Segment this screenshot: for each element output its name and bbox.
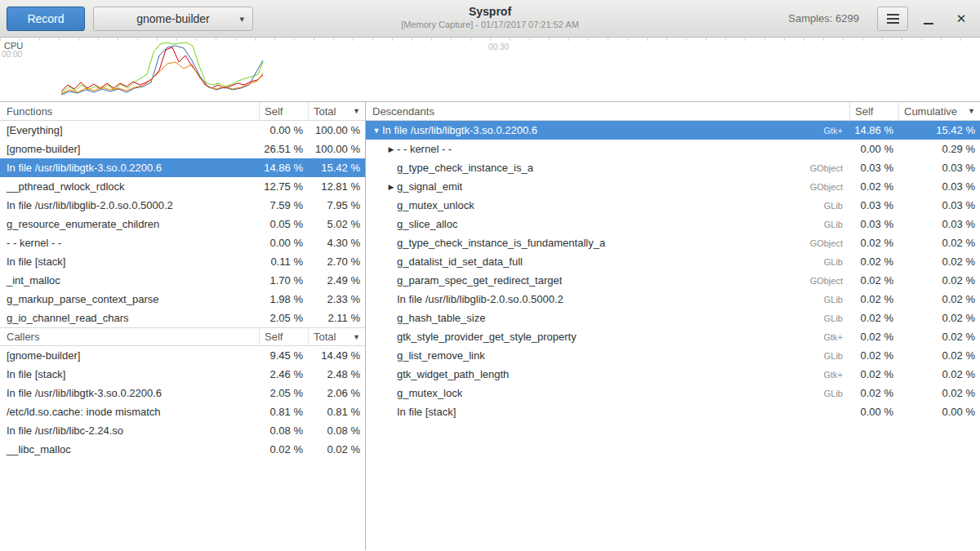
column-header-self[interactable]: Self [849,102,898,120]
row-function-name: g_mutex_lock [397,387,462,399]
table-row[interactable]: In file [stack]0.11 %2.70 % [0,252,365,271]
row-cumulative-value: 0.03 % [898,162,980,174]
row-self-value: 0.02 % [849,368,898,380]
table-row[interactable]: g_io_channel_read_chars2.05 %2.11 % [0,309,365,327]
cpu-usage-chart [0,38,980,102]
row-self-value: 0.02 % [849,331,898,343]
row-function-name: g_resource_enumerate_children [0,218,259,230]
table-row[interactable]: /etc/ld.so.cache: inode mismatch0.81 %0.… [0,402,365,421]
table-row[interactable]: g_type_check_instance_is_fundamentally_a… [366,233,980,252]
row-self-value: 0.02 % [849,349,898,362]
table-row[interactable]: g_datalist_id_set_data_fullGLib0.02 %0.0… [366,252,980,271]
table-row[interactable]: [gnome-builder]9.45 %14.49 % [0,346,365,365]
row-function-name: [Everything] [0,124,259,136]
row-function-name: In file /usr/lib/libglib-2.0.so.0.5000.2 [397,293,564,305]
table-row[interactable]: In file /usr/lib/libc-2.24.so0.08 %0.08 … [0,421,365,440]
callers-table-body: [gnome-builder]9.45 %14.49 %In file [sta… [0,346,365,459]
row-cumulative-value: 0.03 % [898,180,980,193]
column-header-descendants[interactable]: Descendants [366,102,849,120]
row-function-name: In file /usr/lib/libgtk-3.so.0.2200.6 [382,124,537,136]
table-row[interactable]: g_param_spec_get_redirect_targetGObject0… [366,271,980,290]
table-row[interactable]: g_resource_enumerate_children0.05 %5.02 … [0,215,365,233]
row-total-value: 100.00 % [308,124,365,136]
column-header-total[interactable]: Total ▼ [308,102,365,120]
row-library-label: GObject [810,182,849,192]
row-function-name: In file /usr/lib/libglib-2.0.so.0.5000.2 [0,199,259,211]
row-self-value: 2.05 % [259,312,308,324]
row-total-value: 5.02 % [308,218,365,230]
close-button[interactable]: ✕ [949,7,973,31]
minimize-button[interactable] [916,7,941,31]
descendants-table-body: ▼In file /usr/lib/libgtk-3.so.0.2200.6Gt… [366,121,980,421]
table-row[interactable]: [Everything]0.00 %100.00 % [0,121,365,140]
row-total-value: 7.95 % [308,199,365,211]
table-row[interactable]: gtk_style_provider_get_style_propertyGtk… [366,327,980,346]
table-row[interactable]: In file [stack]2.46 %2.48 % [0,365,365,384]
row-cumulative-value: 0.00 % [898,406,980,418]
expander-closed-icon[interactable]: ▶ [385,145,397,153]
column-header-self-label: Self [265,105,283,118]
close-icon: ✕ [956,12,967,24]
row-cumulative-value: 0.02 % [898,293,980,305]
chevron-down-icon: ▾ [239,14,244,24]
table-row[interactable]: _int_malloc1.70 %2.49 % [0,271,365,290]
row-self-value: 0.02 % [849,312,898,324]
row-self-value: 2.46 % [259,368,308,380]
column-header-self[interactable]: Self [259,102,308,120]
table-row[interactable]: g_markup_parse_context_parse1.98 %2.33 % [0,290,365,309]
column-header-total[interactable]: Total ▼ [308,328,365,345]
row-function-name: In file /usr/lib/libgtk-3.so.0.2200.6 [0,387,259,399]
expander-open-icon[interactable]: ▼ [371,127,382,135]
row-self-value: 0.02 % [849,293,898,305]
table-row[interactable]: __pthread_rwlock_rdlock12.75 %12.81 % [0,177,365,196]
table-row[interactable]: ▶g_signal_emitGObject0.02 %0.03 % [366,177,980,196]
row-self-value: 0.02 % [849,180,898,193]
row-total-value: 2.11 % [308,312,365,324]
row-function-name: /etc/ld.so.cache: inode mismatch [0,406,259,418]
table-row[interactable]: ▼In file /usr/lib/libgtk-3.so.0.2200.6Gt… [366,121,980,140]
row-cumulative-value: 0.02 % [898,312,980,324]
row-library-label: GObject [810,276,849,286]
process-selector-dropdown[interactable]: gnome-builder ▾ [93,7,253,31]
table-row[interactable]: g_hash_table_sizeGLib0.02 %0.02 % [366,309,980,327]
row-function-name: g_type_check_instance_is_fundamentally_a [397,237,605,249]
row-cumulative-value: 15.42 % [898,124,980,136]
row-function-name: In file [stack] [397,406,456,418]
table-row[interactable]: g_list_remove_linkGLib0.02 %0.02 % [366,346,980,365]
table-row[interactable]: In file /usr/lib/libgtk-3.so.0.2200.62.0… [0,384,365,402]
column-header-callers[interactable]: Callers [0,328,259,345]
table-row[interactable]: In file /usr/lib/libglib-2.0.so.0.5000.2… [0,196,365,215]
table-row[interactable]: - - kernel - -0.00 %4.30 % [0,233,365,252]
table-row[interactable]: [gnome-builder]26.51 %100.00 % [0,140,365,158]
cpu-line-blue [61,46,263,95]
table-row[interactable]: g_mutex_lockGLib0.02 %0.02 % [366,384,980,402]
row-self-value: 0.02 % [849,237,898,249]
row-cumulative-value: 0.02 % [898,331,980,343]
record-button[interactable]: Record [7,7,85,31]
row-self-value: 0.00 % [849,406,898,418]
row-cumulative-value: 0.29 % [898,143,980,155]
app-subtitle: [Memory Capture] - 01/17/2017 07:21:52 A… [401,20,579,29]
menu-button[interactable] [877,7,908,31]
row-function-name: In file [stack] [0,368,259,380]
main-area: Functions Self Total ▼ [Everything]0.00 … [0,102,980,550]
column-header-self[interactable]: Self [259,328,308,345]
row-function-name: g_markup_parse_context_parse [0,293,259,305]
expander-closed-icon[interactable]: ▶ [385,183,397,191]
column-header-cumulative[interactable]: Cumulative ▼ [898,102,980,120]
functions-table: Functions Self Total ▼ [Everything]0.00 … [0,102,365,327]
table-row[interactable]: g_type_check_instance_is_aGObject0.03 %0… [366,158,980,177]
table-row[interactable]: In file /usr/lib/libglib-2.0.so.0.5000.2… [366,290,980,309]
row-total-value: 4.30 % [308,237,365,249]
row-self-value: 0.02 % [849,256,898,268]
table-row[interactable]: In file [stack]0.00 %0.00 % [366,402,980,421]
column-header-functions[interactable]: Functions [0,102,259,120]
table-row[interactable]: gtk_widget_path_lengthGtk+0.02 %0.02 % [366,365,980,384]
table-row[interactable]: g_slice_allocGLib0.03 %0.03 % [366,215,980,233]
table-row[interactable]: In file /usr/lib/libgtk-3.so.0.2200.614.… [0,158,365,177]
sort-arrow-icon: ▼ [968,107,975,115]
table-row[interactable]: __libc_malloc0.02 %0.02 % [0,440,365,459]
table-row[interactable]: g_mutex_unlockGLib0.03 %0.03 % [366,196,980,215]
cpu-graph-area[interactable]: CPU 00:00 00:30 [0,38,980,102]
table-row[interactable]: ▶- - kernel - -0.00 %0.29 % [366,140,980,158]
